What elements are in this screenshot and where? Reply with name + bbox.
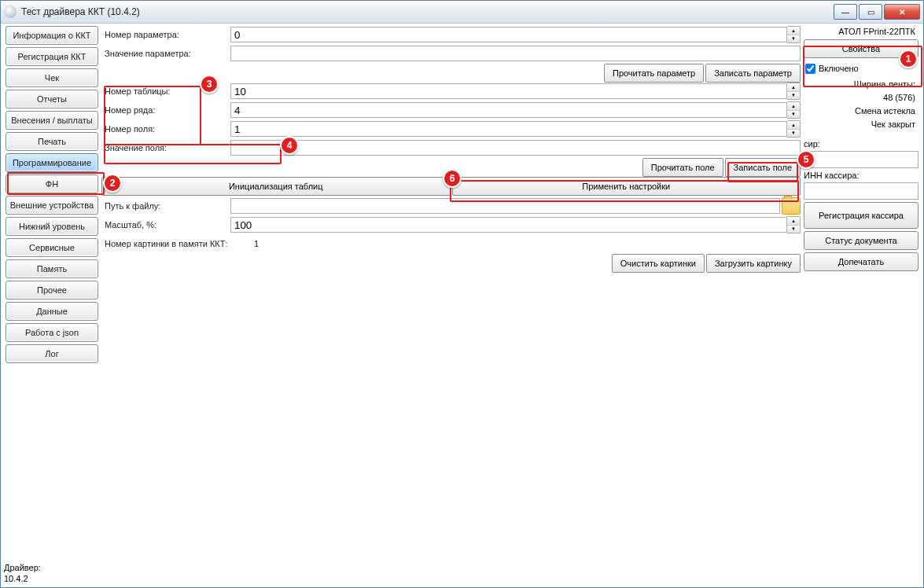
minimize-button[interactable]: — [834,4,857,20]
pic-no-value: 1 [254,239,801,248]
callout-6: 6 [443,169,462,188]
reprint-button[interactable]: Допечатать [804,252,918,271]
main-panel: Номер параметра: ▲▼ Значение параметра: … [101,26,801,584]
app-icon [4,6,17,18]
field-val-label: Значение поля: [101,143,230,153]
sidebar-item-data[interactable]: Данные [6,302,98,321]
cheque-status: Чек закрыт [804,119,918,130]
read-field-button[interactable]: Прочитать поле [642,158,723,177]
maximize-button[interactable]: ▭ [859,4,882,20]
driver-version: Драйвер: 10.4.2 [4,562,920,584]
sidebar-item-programming[interactable]: Программирование [6,153,98,172]
apply-settings-button[interactable]: Применить настройки [452,177,801,196]
titlebar: Тест драйвера ККТ (10.4.2) — ▭ ✕ [1,1,923,24]
scale-spinner[interactable]: ▲▼ [787,216,801,233]
inn-label: ИНН кассира: [804,171,918,180]
write-param-button[interactable]: Записать параметр [705,64,801,83]
shift-status: Смена истекла [804,105,918,116]
window-title: Тест драйвера ККТ (10.4.2) [21,6,834,17]
table-no-input[interactable] [230,83,787,99]
sidebar-item-cash[interactable]: Внесения / выплаты [6,111,98,130]
cashier-input[interactable] [804,151,918,168]
callout-4: 4 [280,136,299,155]
sidebar-item-reports[interactable]: Отчеты [6,90,98,108]
window: Тест драйвера ККТ (10.4.2) — ▭ ✕ Информа… [0,0,924,588]
field-no-label: Номер поля: [101,124,230,134]
read-param-button[interactable]: Прочитать параметр [604,64,704,83]
close-button[interactable]: ✕ [884,4,920,20]
callout-1: 1 [899,50,918,68]
sidebar-item-ext-devices[interactable]: Внешние устройства [6,196,98,215]
sidebar: Информация о ККТ Регистрация ККТ Чек Отч… [4,26,100,584]
file-path-input[interactable] [230,198,780,214]
field-no-spinner[interactable]: ▲▼ [787,120,801,138]
sidebar-item-cheque[interactable]: Чек [6,68,98,87]
enabled-label: Включено [819,64,859,73]
enabled-checkbox[interactable] [805,64,815,74]
right-panel: АТОЛ FPrint-22ПТК Свойства Включено Шири… [802,26,920,584]
row-no-input[interactable] [230,102,787,118]
field-no-input[interactable] [230,121,787,137]
clear-pics-button[interactable]: Очистить картинки [612,254,705,273]
param-val-input[interactable] [230,46,801,61]
tape-width-value: 48 (576) [804,92,918,103]
field-val-input[interactable] [230,140,801,156]
sidebar-item-memory[interactable]: Память [6,259,98,278]
callout-5: 5 [797,150,815,169]
inn-input[interactable] [804,182,918,200]
param-no-input[interactable] [230,27,787,42]
sidebar-item-low-level[interactable]: Нижний уровень [6,217,98,236]
param-no-spinner[interactable]: ▲▼ [787,26,801,43]
sidebar-item-print[interactable]: Печать [6,132,98,151]
sidebar-item-registration[interactable]: Регистрация ККТ [6,47,98,66]
file-path-label: Путь к файлу: [101,201,230,211]
sidebar-item-info[interactable]: Информация о ККТ [6,26,98,45]
scale-input[interactable] [230,217,787,233]
device-name: АТОЛ FPrint-22ПТК [804,26,918,37]
tape-width-label: Ширина ленты: [804,79,918,90]
scale-label: Масштаб, %: [101,220,230,230]
pic-no-label: Номер картинки в памяти ККТ: [101,239,254,248]
sidebar-item-service[interactable]: Сервисные [6,238,98,257]
init-tables-button[interactable]: Инициализация таблиц [101,177,451,196]
cashier-label-partial: сир: [804,139,918,149]
sidebar-item-fn[interactable]: ФН [6,175,98,193]
sidebar-item-json[interactable]: Работа с json [6,323,98,342]
table-no-spinner[interactable]: ▲▼ [787,83,801,100]
reg-cashier-button[interactable]: Регистрация кассира [804,202,918,229]
param-no-label: Номер параметра: [101,30,230,39]
row-no-spinner[interactable]: ▲▼ [787,101,801,119]
callout-2: 2 [103,174,122,193]
row-no-label: Номер ряда: [101,105,230,115]
sidebar-item-log[interactable]: Лог [6,344,98,363]
doc-status-button[interactable]: Статус документа [804,231,918,250]
write-field-button[interactable]: Записать поле [725,158,801,177]
browse-folder-icon[interactable] [782,197,801,215]
param-val-label: Значение параметра: [101,49,230,58]
load-pic-button[interactable]: Загрузить картинку [706,254,801,273]
callout-3: 3 [200,75,219,94]
sidebar-item-other[interactable]: Прочее [6,281,98,300]
